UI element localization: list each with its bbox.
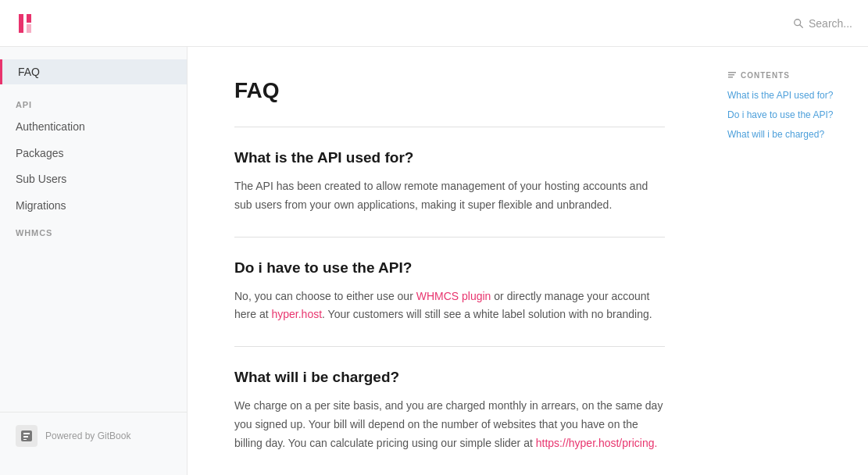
search-container[interactable]: Search... — [793, 17, 852, 30]
sidebar-footer: Powered by GitBook — [0, 412, 187, 459]
sidebar-item-sub-users[interactable]: Sub Users — [0, 166, 187, 193]
toc-item-1[interactable]: What is the API used for? — [727, 89, 852, 102]
page-title: FAQ — [234, 78, 665, 103]
sidebar-item-migrations[interactable]: Migrations — [0, 193, 187, 220]
sidebar-section-whmcs: WHMCS — [0, 219, 187, 242]
section-title-3: What will i be charged? — [234, 369, 665, 386]
svg-rect-1 — [27, 14, 31, 23]
section-title-2: Do i have to use the API? — [234, 259, 665, 277]
top-nav: Search... — [0, 0, 868, 47]
divider-1 — [234, 237, 665, 238]
section-body-3: We charge on a per site basis, and you a… — [234, 397, 665, 452]
sidebar-item-authentication[interactable]: Authentication — [0, 114, 187, 141]
section-body-2: No, you can choose to either use our WHM… — [234, 288, 665, 325]
toc: CONTENTS What is the API used for? Do i … — [712, 47, 868, 475]
whmcs-link[interactable]: WHMCS plugin — [416, 290, 491, 302]
section-what-charged: What will i be charged? We charge on a p… — [234, 369, 665, 452]
main-content: FAQ What is the API used for? The API ha… — [188, 47, 712, 475]
sidebar: FAQ API Authentication Packages Sub User… — [0, 47, 188, 475]
section-title-1: What is the API used for? — [234, 149, 665, 166]
gitbook-icon — [16, 425, 38, 447]
svg-rect-7 — [23, 436, 28, 438]
hyper-host-link[interactable]: hyper.host — [271, 308, 322, 320]
toc-icon — [727, 70, 737, 80]
toc-item-3[interactable]: What will i be charged? — [727, 128, 852, 141]
layout: FAQ API Authentication Packages Sub User… — [0, 47, 868, 475]
divider-0 — [234, 127, 665, 127]
section-body-1: The API has been created to allow remote… — [234, 177, 665, 215]
svg-rect-2 — [27, 24, 31, 33]
svg-line-4 — [800, 24, 803, 27]
sidebar-item-packages[interactable]: Packages — [0, 141, 187, 167]
search-placeholder: Search... — [809, 17, 852, 30]
svg-rect-10 — [728, 74, 734, 76]
divider-2 — [234, 346, 665, 347]
section-have-to-use-api: Do i have to use the API? No, you can ch… — [234, 259, 665, 325]
sidebar-item-faq[interactable]: FAQ — [0, 59, 187, 84]
section-api-used-for: What is the API used for? The API has be… — [234, 149, 665, 215]
pricing-link[interactable]: https://hyper.host/pricing. — [536, 437, 658, 449]
svg-rect-11 — [728, 77, 733, 78]
svg-rect-8 — [23, 439, 27, 440]
logo[interactable] — [16, 11, 41, 36]
toc-item-2[interactable]: Do i have to use the API? — [727, 109, 852, 122]
gitbook-label: Powered by GitBook — [45, 430, 130, 441]
search-icon — [793, 18, 804, 29]
svg-rect-0 — [19, 14, 23, 33]
svg-rect-9 — [728, 72, 736, 73]
sidebar-nav: FAQ API Authentication Packages Sub User… — [0, 47, 187, 412]
toc-label: CONTENTS — [727, 70, 852, 80]
sidebar-section-api: API — [0, 91, 187, 114]
svg-rect-6 — [23, 433, 30, 434]
